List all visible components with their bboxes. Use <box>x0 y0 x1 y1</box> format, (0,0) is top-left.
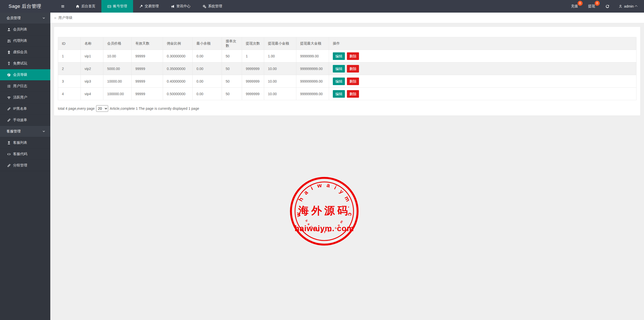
sidebar-item-label: 代理列表 <box>13 39 27 43</box>
support-icon <box>7 141 11 145</box>
code-icon <box>7 152 11 156</box>
sidebar-item-ip-blacklist[interactable]: IP黑名单 <box>0 103 50 115</box>
nav-item-label: 后台首页 <box>81 4 95 9</box>
table-row: 2 vip2 5000.00 99999 0.35000000 0.00 50 … <box>58 62 636 75</box>
sidebar-item-label: 虚拟会员 <box>13 50 27 54</box>
cell-days: 99999 <box>132 88 163 100</box>
sidebar-section-service-mgmt[interactable]: 客服管理 <box>0 126 50 137</box>
refresh-icon <box>605 4 610 9</box>
sidebar-item-member-level[interactable]: 会员等级 <box>0 69 50 81</box>
main-menu: 后台首页 账号管理 交易管理 资讯中心 系统管理 <box>56 0 228 13</box>
gavel-icon <box>139 5 143 8</box>
section-title: 会员管理 <box>7 16 21 20</box>
hamburger-icon <box>61 5 65 8</box>
sidebar-item-service-code[interactable]: 客服代码 <box>0 149 50 160</box>
user-level-table: ID 名称 会员价格 有效天数 佣金比例 最小余额 接单次数 提现次数 提现最小… <box>58 37 636 100</box>
list-icon <box>7 84 11 88</box>
admin-dropdown[interactable]: admin <box>615 0 644 13</box>
nav-item-news[interactable]: 资讯中心 <box>165 0 196 13</box>
cell-name: vip3 <box>81 75 103 88</box>
breadcrumb: » 用户等级 <box>50 13 644 23</box>
breadcrumb-current: 用户等级 <box>58 16 72 20</box>
cell-withdraw-max: 999999999.00 <box>296 88 329 100</box>
user-secret-icon <box>7 50 11 54</box>
edit-button[interactable]: 编辑 <box>333 52 345 60</box>
sidebar-item-label: 活跃用户 <box>13 95 27 100</box>
refresh-button[interactable] <box>600 0 615 13</box>
cell-orders: 50 <box>222 62 242 75</box>
cell-commission: 0.40000000 <box>163 75 193 88</box>
cell-min-balance: 0.00 <box>193 75 222 88</box>
collapse-sidebar-button[interactable] <box>56 0 70 13</box>
user-level-card: ID 名称 会员价格 有效天数 佣金比例 最小余额 接单次数 提现次数 提现最小… <box>54 27 640 116</box>
cell-withdraw-min: 10.00 <box>264 62 296 75</box>
sidebar-item-group-mgmt[interactable]: 分组管理 <box>0 160 50 171</box>
sidebar-item-label: 客服列表 <box>13 140 27 145</box>
stamp-center-cn: 海外源码 <box>298 204 350 217</box>
col-days: 有效天数 <box>132 37 163 50</box>
cell-withdraw-max: 9999999.00 <box>296 50 329 62</box>
sidebar-item-virtual-member[interactable]: 虚拟会员 <box>0 47 50 58</box>
sidebar: 会员管理 会员列表 代理列表 虚拟会员 免费试玩 会员等级 用户日志 活跃用户 … <box>0 13 50 320</box>
cell-withdraw-min: 10.00 <box>264 75 296 88</box>
player-icon <box>7 62 11 65</box>
nav-item-accounts[interactable]: 账号管理 <box>101 0 133 13</box>
section-title: 客服管理 <box>7 129 21 134</box>
nav-item-system[interactable]: 系统管理 <box>196 0 228 13</box>
col-withdraw-times: 提现次数 <box>242 37 264 50</box>
col-withdraw-min: 提现最小金额 <box>264 37 296 50</box>
edit-button[interactable]: 编辑 <box>333 65 345 73</box>
idcard-icon <box>107 5 111 8</box>
sidebar-item-service-list[interactable]: 客服列表 <box>0 137 50 149</box>
page-size-select[interactable]: 20 <box>96 105 108 112</box>
pie-chart-icon <box>7 73 11 77</box>
sidebar-item-label: 会员等级 <box>13 73 27 77</box>
cell-name: vip2 <box>81 62 103 75</box>
edit-button[interactable]: 编辑 <box>333 78 345 85</box>
delete-button[interactable]: 删除 <box>347 52 359 60</box>
nav-item-trade[interactable]: 交易管理 <box>133 0 165 13</box>
breadcrumb-separator: » <box>54 16 56 20</box>
link-icon <box>7 118 11 122</box>
cell-actions: 编辑删除 <box>329 62 636 75</box>
chevron-down-icon <box>42 17 45 20</box>
cell-withdraw-times: 9999999 <box>242 88 264 100</box>
sidebar-item-agent-list[interactable]: 代理列表 <box>0 35 50 47</box>
delete-button[interactable]: 删除 <box>347 90 359 98</box>
nav-item-home[interactable]: 后台首页 <box>70 0 101 13</box>
table-row: 1 vip1 10.00 99999 0.30000000 0.00 50 1 … <box>58 50 636 62</box>
withdraw-badge: 0 <box>595 1 600 6</box>
cell-price: 10.00 <box>103 50 132 62</box>
cell-id: 3 <box>58 75 81 88</box>
sidebar-item-manual-dispatch[interactable]: 手动派单 <box>0 115 50 126</box>
cell-withdraw-max: 999999999.00 <box>296 75 329 88</box>
cell-days: 99999 <box>132 50 163 62</box>
cell-orders: 50 <box>222 88 242 100</box>
edit-button[interactable]: 编辑 <box>333 90 345 98</box>
sidebar-item-free-trial[interactable]: 免费试玩 <box>0 58 50 69</box>
nav-item-label: 资讯中心 <box>176 4 190 9</box>
nav-item-label: 账号管理 <box>113 4 127 9</box>
sidebar-section-member-mgmt[interactable]: 会员管理 <box>0 13 50 24</box>
col-withdraw-max: 提现最大金额 <box>296 37 329 50</box>
col-actions: 操作 <box>329 37 636 50</box>
col-commission: 佣金比例 <box>163 37 193 50</box>
nav-item-label: 交易管理 <box>145 4 159 9</box>
sidebar-item-member-list[interactable]: 会员列表 <box>0 24 50 35</box>
cell-min-balance: 0.00 <box>193 62 222 75</box>
delete-button[interactable]: 删除 <box>347 78 359 85</box>
watermark-stamp: w w w . h a i w a i y m . c o m 海外源码 hai… <box>288 175 360 247</box>
person-icon <box>619 5 622 8</box>
cell-name: vip1 <box>81 50 103 62</box>
sidebar-item-user-log[interactable]: 用户日志 <box>0 81 50 92</box>
stamp-graphic: w w w . h a i w a i y m . c o m 海外源码 hai… <box>288 175 360 247</box>
cell-withdraw-times: 9999999 <box>242 75 264 88</box>
sidebar-item-active-users[interactable]: 活跃用户 <box>0 92 50 103</box>
cogs-icon <box>203 5 206 8</box>
pagination-suffix: Article,complete 1 The page is currently… <box>110 106 199 111</box>
recharge-link[interactable]: 充值 0 <box>566 0 583 13</box>
cell-actions: 编辑删除 <box>329 75 636 88</box>
delete-button[interactable]: 删除 <box>347 65 359 73</box>
withdraw-link[interactable]: 提现 0 <box>583 0 600 13</box>
col-id: ID <box>58 37 81 50</box>
